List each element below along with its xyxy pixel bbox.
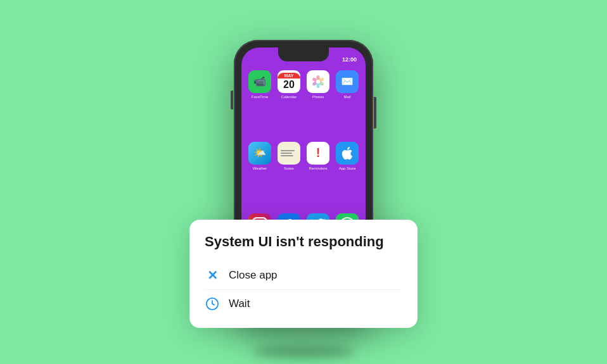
wait-option[interactable]: Wait bbox=[205, 290, 402, 318]
calendar-icon: MAY 20 bbox=[278, 70, 300, 93]
mail-icon: ✉️ bbox=[336, 70, 359, 93]
app-label: Reminders bbox=[309, 166, 327, 170]
list-item[interactable]: Photos bbox=[306, 70, 330, 137]
close-app-label: Close app bbox=[229, 269, 278, 282]
app-label: Photos bbox=[312, 95, 324, 99]
photos-icon bbox=[307, 70, 329, 93]
app-label: Notes bbox=[284, 166, 294, 170]
app-label: App Store bbox=[339, 166, 356, 170]
app-label: Calendar bbox=[281, 95, 297, 99]
dialog-title: System UI isn't responding bbox=[205, 234, 402, 250]
app-label: FaceTime bbox=[252, 95, 268, 99]
list-item[interactable]: 📹 FaceTime bbox=[248, 70, 272, 137]
app-label: Mail bbox=[343, 95, 350, 99]
phone-shadow bbox=[253, 346, 354, 358]
app-label: Weather bbox=[253, 166, 267, 170]
facetime-icon: 📹 bbox=[248, 70, 271, 93]
wait-label: Wait bbox=[229, 298, 250, 310]
list-item[interactable]: 🌤️ Weather bbox=[248, 142, 272, 208]
list-item[interactable]: App Store bbox=[335, 142, 359, 208]
wait-icon bbox=[205, 296, 220, 311]
list-item[interactable]: ✉️ Mail bbox=[335, 70, 359, 137]
reminders-icon: ! bbox=[307, 142, 329, 165]
list-item[interactable]: ! Reminders bbox=[306, 142, 330, 208]
svg-point-7 bbox=[316, 79, 321, 84]
status-time: 12:00 bbox=[342, 56, 357, 63]
list-item[interactable]: MAY 20 Calendar bbox=[277, 70, 301, 137]
list-item[interactable]: Notes bbox=[277, 142, 301, 208]
close-app-option[interactable]: ✕ Close app bbox=[205, 261, 402, 290]
notes-icon bbox=[278, 142, 300, 165]
phone-notch bbox=[278, 47, 329, 61]
system-ui-dialog: System UI isn't responding ✕ Close app W… bbox=[189, 220, 418, 328]
appstore-icon bbox=[336, 142, 359, 165]
scene: 12:00 📹 FaceTime MAY 20 bbox=[221, 18, 386, 347]
weather-icon: 🌤️ bbox=[248, 142, 271, 165]
close-app-icon: ✕ bbox=[205, 268, 220, 283]
